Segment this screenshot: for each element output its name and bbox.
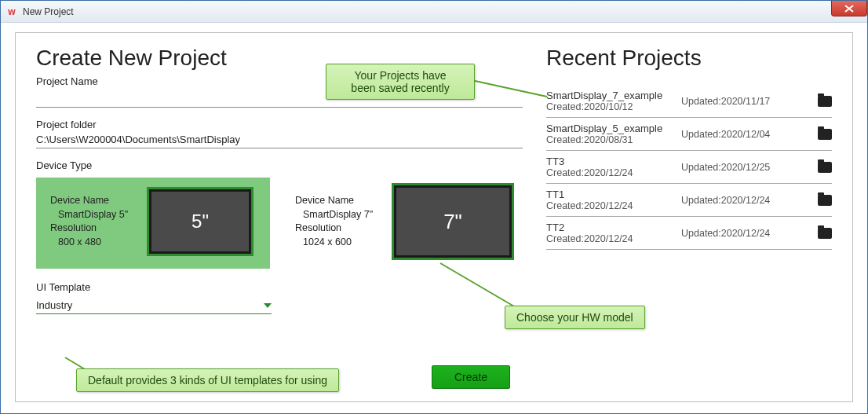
- recent-panel: Recent Projects SmartDisplay_7_exampleCr…: [546, 46, 832, 389]
- recent-updated: Updated:2020/12/24: [681, 195, 815, 206]
- recent-updated: Updated:2020/12/25: [681, 162, 815, 173]
- recent-heading: Recent Projects: [546, 46, 832, 71]
- device-row: Device Name SmartDisplay 5" Resolution 8…: [36, 178, 523, 269]
- recent-updated: Updated:2020/11/17: [681, 96, 815, 107]
- ui-template-dropdown[interactable]: Industry: [36, 296, 272, 314]
- app-icon: w: [5, 5, 18, 18]
- project-folder-label: Project folder: [36, 119, 523, 130]
- device-screen-5in: 5": [149, 189, 251, 254]
- folder-icon[interactable]: [818, 96, 832, 107]
- window-title: New Project: [23, 6, 74, 17]
- folder-icon[interactable]: [818, 162, 832, 173]
- device-info-5in: Device Name SmartDisplay 5" Resolution 8…: [50, 194, 138, 249]
- recent-name: SmartDisplay_5_example: [546, 123, 681, 134]
- device-type-label: Device Type: [36, 159, 523, 171]
- device-res-value: 800 x 480: [50, 236, 138, 250]
- annotation-hw: Choose your HW model: [505, 306, 645, 329]
- device-name-value: SmartDisplay 7": [295, 208, 383, 222]
- recent-name: TT2: [546, 222, 681, 233]
- window-frame: w New Project Create New Project Project…: [0, 0, 868, 414]
- recent-created: Created:2020/08/31: [546, 134, 681, 145]
- titlebar[interactable]: w New Project: [1, 1, 867, 23]
- recent-name: TT3: [546, 156, 681, 167]
- close-icon: [844, 5, 854, 13]
- folder-icon[interactable]: [818, 129, 832, 140]
- ui-template-value: Industry: [36, 299, 72, 311]
- device-card-7in[interactable]: Device Name SmartDisplay 7" Resolution 1…: [281, 178, 523, 269]
- recent-item[interactable]: TT1Created:2020/12/24Updated:2020/12/24: [546, 184, 832, 217]
- device-name-value: SmartDisplay 5": [50, 208, 138, 222]
- annotation-templates: Default provides 3 kinds of UI templates…: [76, 368, 339, 392]
- recent-updated: Updated:2020/12/04: [681, 129, 815, 140]
- recent-created: Created:2020/10/12: [546, 101, 681, 112]
- folder-icon[interactable]: [818, 228, 832, 239]
- recent-item[interactable]: TT2Created:2020/12/24Updated:2020/12/24: [546, 217, 832, 250]
- device-res-label: Resolution: [295, 222, 383, 236]
- ui-template-label: UI Template: [36, 281, 523, 293]
- device-res-value: 1024 x 600: [295, 236, 383, 250]
- device-card-5in[interactable]: Device Name SmartDisplay 5" Resolution 8…: [36, 178, 270, 269]
- annotation-recent: Your Projects have been saved recently: [326, 64, 475, 100]
- device-info-7in: Device Name SmartDisplay 7" Resolution 1…: [295, 194, 383, 249]
- recent-list: SmartDisplay_7_exampleCreated:2020/10/12…: [546, 85, 832, 250]
- device-name-label: Device Name: [295, 194, 383, 208]
- recent-created: Created:2020/12/24: [546, 233, 681, 244]
- chevron-down-icon: [264, 303, 272, 308]
- recent-created: Created:2020/12/24: [546, 167, 681, 178]
- device-screen-7in: 7": [394, 185, 512, 258]
- recent-name: TT1: [546, 189, 681, 200]
- folder-icon[interactable]: [818, 195, 832, 206]
- recent-item[interactable]: SmartDisplay_7_exampleCreated:2020/10/12…: [546, 85, 832, 118]
- create-button[interactable]: Create: [432, 365, 510, 389]
- project-folder-input[interactable]: [36, 130, 523, 148]
- recent-name: SmartDisplay_7_example: [546, 90, 681, 101]
- device-screen-label: 7": [443, 210, 462, 234]
- device-name-label: Device Name: [50, 194, 138, 208]
- recent-updated: Updated:2020/12/24: [681, 228, 815, 239]
- recent-created: Created:2020/12/24: [546, 200, 681, 211]
- close-button[interactable]: [831, 1, 867, 16]
- device-screen-label: 5": [191, 211, 209, 233]
- recent-item[interactable]: TT3Created:2020/12/24Updated:2020/12/25: [546, 151, 832, 184]
- device-res-label: Resolution: [50, 222, 138, 236]
- recent-item[interactable]: SmartDisplay_5_exampleCreated:2020/08/31…: [546, 118, 832, 151]
